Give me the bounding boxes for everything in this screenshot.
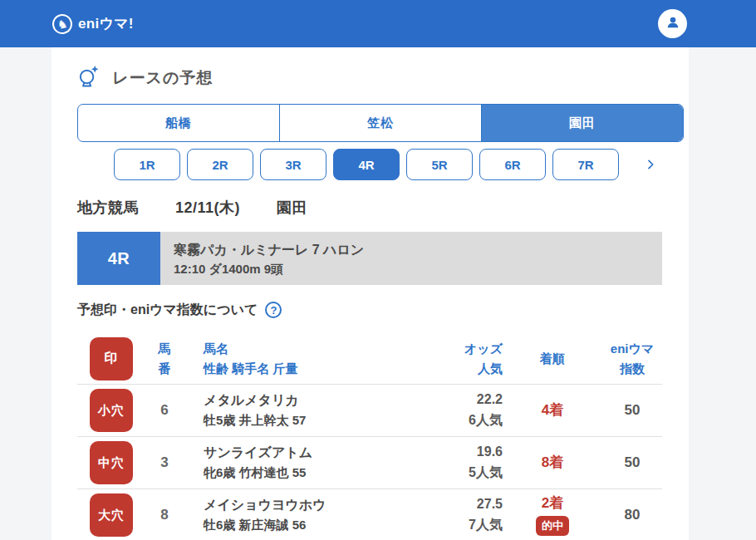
popularity: 7人気 — [432, 515, 503, 536]
race-banner-body: 寒霧パカ・ルミナーレ 7 ハロン 12:10 ダ1400m 9頭 — [160, 232, 662, 285]
horse-detail: 牡6歳 新庄海誠 56 — [204, 516, 432, 535]
race-selector-row: 1R 2R 3R 4R 5R 6R 7R — [77, 149, 662, 180]
odds-value: 19.6 — [432, 442, 503, 463]
race-button-2r[interactable]: 2R — [187, 149, 253, 180]
odds-header: オッズ 人気 — [432, 339, 503, 378]
race-button-5r[interactable]: 5R — [406, 149, 473, 180]
prediction-mark-badge: 大穴 — [90, 493, 133, 537]
horse-name: メイショウヨウホウ — [204, 495, 432, 516]
about-row: 予想印・eniウマ指数について ? — [77, 301, 662, 319]
brand-logo[interactable]: ♞ eniウマ! — [52, 14, 134, 34]
race-button-7r[interactable]: 7R — [552, 149, 619, 180]
popularity: 5人気 — [432, 463, 503, 484]
prediction-mark-badge: 小穴 — [90, 389, 133, 432]
app-bar: ♞ eniウマ! — [0, 0, 756, 47]
mark-column-header: 印 — [90, 337, 133, 380]
eniuma-index: 50 — [602, 402, 662, 419]
race-date: 12/11(木) — [175, 198, 240, 218]
brand-name: eniウマ! — [78, 14, 134, 33]
horse-detail: 牝6歳 竹村達也 55 — [204, 464, 432, 483]
tab-funabashi[interactable]: 船橋 — [78, 105, 279, 141]
venue-tab-bar: 船橋 笠松 園田 — [77, 104, 684, 142]
race-venue: 園田 — [277, 198, 307, 218]
race-category: 地方競馬 — [77, 198, 139, 218]
race-button-4r[interactable]: 4R — [333, 149, 400, 180]
horse-name-header: 馬名 性齢 騎手名 斤量 — [184, 339, 432, 378]
race-button-3r[interactable]: 3R — [260, 149, 326, 180]
horse-detail: 牡5歳 井上幹太 57 — [204, 411, 432, 430]
chevron-right-icon[interactable] — [644, 158, 657, 171]
race-button-6r[interactable]: 6R — [479, 149, 546, 180]
prediction-table: 印 馬 番 馬名 性齢 騎手名 斤量 オッズ 人気 着順 eniウマ 指数 小穴… — [77, 333, 662, 540]
tab-kasamatsu[interactable]: 笠松 — [279, 105, 481, 141]
finish-rank: 2着 — [503, 494, 602, 513]
rank-header: 着順 — [503, 349, 602, 368]
tab-sonoda[interactable]: 園田 — [481, 105, 683, 141]
section-header: レースの予想 — [77, 66, 662, 91]
race-number-badge: 4R — [77, 232, 160, 285]
race-banner: 4R 寒霧パカ・ルミナーレ 7 ハロン 12:10 ダ1400m 9頭 — [77, 232, 662, 285]
table-row: 中穴 3 サンライズアトム 牝6歳 竹村達也 55 19.6 5人気 8着 50 — [77, 437, 662, 489]
odds-value: 22.2 — [432, 390, 503, 410]
horse-number-header: 馬 番 — [145, 339, 184, 378]
horse-icon: ♞ — [51, 12, 74, 35]
prediction-mark-badge: 中穴 — [90, 441, 133, 484]
eniuma-index: 80 — [602, 507, 662, 523]
race-details: 12:10 ダ1400m 9頭 — [174, 259, 662, 278]
crystal-ball-icon — [77, 64, 100, 92]
eniuma-index: 50 — [602, 454, 662, 471]
race-meta: 地方競馬 12/11(木) 園田 — [77, 197, 662, 218]
page-title: レースの予想 — [112, 67, 213, 89]
table-row: 小穴 6 メタルメタリカ 牡5歳 井上幹太 57 22.2 6人気 4着 50 — [77, 385, 662, 437]
race-title: 寒霧パカ・ルミナーレ 7 ハロン — [174, 240, 662, 259]
question-mark-icon[interactable]: ? — [265, 302, 282, 318]
horse-number: 6 — [145, 402, 184, 419]
horse-name: サンライズアトム — [204, 443, 432, 464]
user-avatar-button[interactable] — [658, 9, 687, 38]
popularity: 6人気 — [432, 410, 503, 431]
finish-rank: 8着 — [503, 454, 602, 472]
horse-name: メタルメタリカ — [204, 390, 432, 411]
finish-rank: 4着 — [503, 401, 602, 420]
about-label: 予想印・eniウマ指数について — [77, 302, 258, 319]
race-buttons: 1R 2R 3R 4R 5R 6R 7R — [114, 149, 619, 180]
user-icon — [665, 14, 681, 34]
content-card: レースの予想 船橋 笠松 園田 1R 2R 3R 4R 5R 6R 7R 地方競… — [52, 47, 689, 540]
horse-number: 3 — [145, 454, 184, 471]
table-row: 大穴 8 メイショウヨウホウ 牡6歳 新庄海誠 56 27.5 7人気 2着 的… — [77, 489, 662, 540]
odds-value: 27.5 — [432, 494, 503, 515]
race-button-1r[interactable]: 1R — [114, 149, 180, 180]
table-header-row: 印 馬 番 馬名 性齢 騎手名 斤量 オッズ 人気 着順 eniウマ 指数 — [77, 333, 662, 385]
index-header: eniウマ 指数 — [602, 339, 662, 378]
horse-number: 8 — [145, 507, 184, 523]
hit-badge: 的中 — [536, 516, 569, 536]
